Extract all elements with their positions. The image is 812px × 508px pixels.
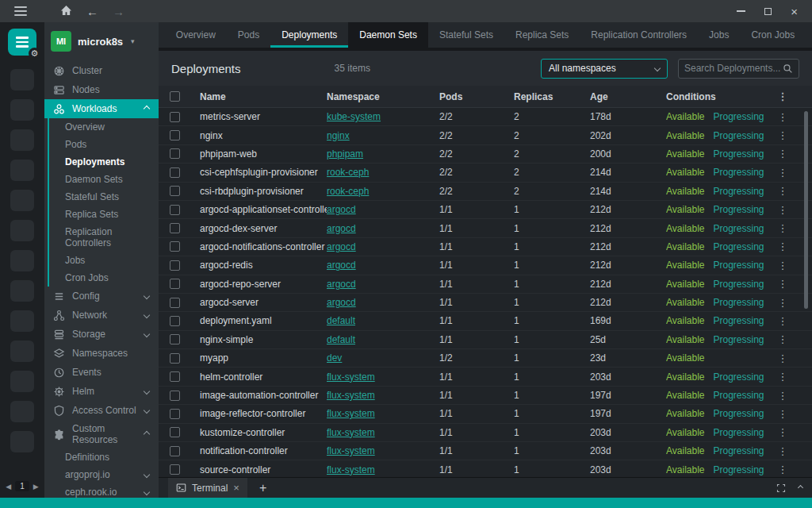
sidebar-item-replica-sets[interactable]: Replica Sets xyxy=(48,206,159,223)
row-checkbox[interactable] xyxy=(170,167,180,178)
row-checkbox[interactable] xyxy=(170,391,180,401)
namespace-link[interactable]: argocd xyxy=(327,241,439,252)
deployment-row[interactable]: csi-rbdplugin-provisionerrook-ceph2/2221… xyxy=(159,183,812,201)
kebab-icon[interactable]: ⋮ xyxy=(771,278,795,290)
sidebar-item-network[interactable]: Network xyxy=(44,306,159,325)
cluster-icon-placeholder[interactable] xyxy=(10,280,34,302)
kebab-icon[interactable]: ⋮ xyxy=(771,390,795,402)
cluster-icon-placeholder[interactable] xyxy=(10,99,34,121)
select-all-checkbox[interactable] xyxy=(170,91,180,102)
row-checkbox[interactable] xyxy=(170,148,180,159)
row-checkbox[interactable] xyxy=(170,241,180,252)
back-icon[interactable]: ← xyxy=(86,6,98,17)
search-input[interactable] xyxy=(684,63,783,74)
namespace-link[interactable]: flux-system xyxy=(327,408,439,419)
kebab-icon[interactable]: ⋮ xyxy=(771,90,795,102)
cluster-icon-placeholder[interactable] xyxy=(10,129,34,151)
close-icon[interactable]: × xyxy=(233,482,239,494)
deployment-row[interactable]: argocd-applicationset-controllerargocd1/… xyxy=(159,201,812,219)
namespace-link[interactable]: rook-ceph xyxy=(327,186,439,197)
namespace-link[interactable]: nginx xyxy=(327,130,439,141)
sidebar-item-deployments[interactable]: Deployments xyxy=(48,153,159,171)
namespace-link[interactable]: dev xyxy=(327,352,439,364)
deployment-row[interactable]: metrics-serverkube-system2/22178dAvailab… xyxy=(159,108,812,126)
sidebar-item-events[interactable]: Events xyxy=(44,363,159,382)
tab-replica-sets[interactable]: Replica Sets xyxy=(504,22,580,48)
deployment-row[interactable]: argocd-repo-serverargocd1/11212dAvailabl… xyxy=(159,275,812,294)
deployment-row[interactable]: nginx-simpledefault1/1125dAvailableProgr… xyxy=(159,331,812,349)
sidebar-item-argoproj-io[interactable]: argoproj.io xyxy=(44,466,159,483)
row-checkbox[interactable] xyxy=(170,186,180,196)
expand-icon[interactable] xyxy=(776,483,786,493)
deployment-row[interactable]: myappdev1/2123dAvailable⋮ xyxy=(159,349,812,368)
row-checkbox[interactable] xyxy=(170,409,180,419)
tab-stateful-sets[interactable]: Stateful Sets xyxy=(428,22,504,48)
namespace-link[interactable]: flux-system xyxy=(327,390,439,401)
namespace-link[interactable]: flux-system xyxy=(327,371,439,383)
sidebar-item-nodes[interactable]: Nodes xyxy=(44,80,159,99)
deployment-row[interactable]: nginxnginx2/22202dAvailableProgressing⋮ xyxy=(159,126,812,144)
namespace-link[interactable]: argocd xyxy=(327,223,439,234)
sidebar-item-cron-jobs[interactable]: Cron Jobs xyxy=(48,269,159,287)
tab-daemon-sets[interactable]: Daemon Sets xyxy=(348,22,428,48)
sidebar-item-jobs[interactable]: Jobs xyxy=(48,252,159,269)
kebab-icon[interactable]: ⋮ xyxy=(771,260,795,271)
column-age[interactable]: Age xyxy=(590,91,666,102)
column-namespace[interactable]: Namespace xyxy=(327,91,439,102)
deployment-row[interactable]: image-reflector-controllerflux-system1/1… xyxy=(159,405,812,423)
sidebar-item-custom-resources[interactable]: Custom Resources xyxy=(44,420,159,448)
home-icon[interactable] xyxy=(60,5,72,18)
deployment-row[interactable]: source-controllerflux-system1/11203dAvai… xyxy=(159,460,812,477)
deployment-row[interactable]: kustomize-controllerflux-system1/11203dA… xyxy=(159,424,812,442)
namespace-link[interactable]: kube-system xyxy=(327,111,439,122)
sidebar-item-overview[interactable]: Overview xyxy=(48,118,159,136)
kebab-icon[interactable]: ⋮ xyxy=(771,408,795,420)
row-checkbox[interactable] xyxy=(170,112,180,122)
namespace-link[interactable]: flux-system xyxy=(327,464,439,475)
row-checkbox[interactable] xyxy=(170,464,180,475)
namespace-link[interactable]: flux-system xyxy=(327,427,439,438)
menu-icon[interactable] xyxy=(14,6,27,16)
cluster-icon-placeholder[interactable] xyxy=(10,310,34,332)
gear-icon[interactable]: ⚙ xyxy=(29,48,40,60)
deployment-row[interactable]: argocd-dex-serverargocd1/11212dAvailable… xyxy=(159,219,812,237)
kebab-icon[interactable]: ⋮ xyxy=(771,185,795,197)
column-name[interactable]: Name xyxy=(200,91,327,102)
deployment-row[interactable]: argocd-serverargocd1/11212dAvailableProg… xyxy=(159,294,812,312)
row-checkbox[interactable] xyxy=(170,446,180,456)
sidebar-item-config[interactable]: Config xyxy=(44,287,159,306)
cluster-icon-placeholder[interactable] xyxy=(10,190,34,211)
namespace-link[interactable]: argocd xyxy=(327,260,439,271)
kebab-icon[interactable]: ⋮ xyxy=(771,371,795,383)
namespace-link[interactable]: argocd xyxy=(327,279,439,290)
tab-cron-jobs[interactable]: Cron Jobs xyxy=(740,22,806,48)
catalog-icon[interactable]: ⚙ xyxy=(8,29,36,56)
kebab-icon[interactable]: ⋮ xyxy=(771,204,795,216)
row-checkbox[interactable] xyxy=(170,279,180,289)
cluster-icon-placeholder[interactable] xyxy=(10,341,34,362)
column-replicas[interactable]: Replicas xyxy=(514,91,590,102)
sidebar-item-definitions[interactable]: Definitions xyxy=(44,448,159,466)
row-checkbox[interactable] xyxy=(170,427,180,437)
cluster-icon-placeholder[interactable] xyxy=(10,69,34,90)
cluster-icon-placeholder[interactable] xyxy=(10,160,34,181)
new-terminal-button[interactable]: + xyxy=(259,481,266,495)
row-checkbox[interactable] xyxy=(170,371,180,382)
row-checkbox[interactable] xyxy=(170,353,180,364)
kebab-icon[interactable]: ⋮ xyxy=(771,464,795,475)
kebab-icon[interactable]: ⋮ xyxy=(771,241,795,252)
kebab-icon[interactable]: ⋮ xyxy=(771,445,795,457)
sidebar-item-cluster[interactable]: Cluster xyxy=(44,61,159,80)
row-checkbox[interactable] xyxy=(170,260,180,271)
deployment-row[interactable]: csi-cephfsplugin-provisionerrook-ceph2/2… xyxy=(159,164,812,182)
tab-jobs[interactable]: Jobs xyxy=(698,22,740,48)
kebab-icon[interactable]: ⋮ xyxy=(771,315,795,327)
namespace-link[interactable]: default xyxy=(327,315,439,326)
kebab-icon[interactable]: ⋮ xyxy=(771,352,795,364)
kebab-icon[interactable]: ⋮ xyxy=(771,426,795,438)
sidebar-item-pods[interactable]: Pods xyxy=(48,136,159,153)
cluster-selector[interactable]: MI microk8s ▾ xyxy=(44,22,159,60)
namespace-filter[interactable]: All namespaces xyxy=(541,59,668,79)
page-prev-icon[interactable]: ◀ xyxy=(6,483,11,491)
forward-icon[interactable]: → xyxy=(113,6,124,17)
